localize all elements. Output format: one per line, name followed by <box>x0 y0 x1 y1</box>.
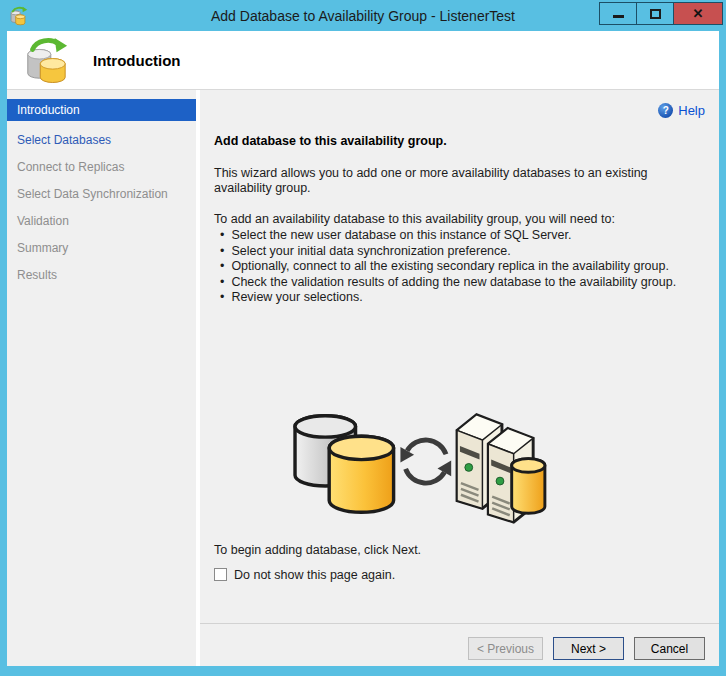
help-row: ? Help <box>214 102 705 118</box>
close-icon: ✕ <box>693 7 704 20</box>
wizard-frame: Introduction Introduction Select Databas… <box>7 31 719 666</box>
previous-button[interactable]: < Previous <box>468 637 543 660</box>
step-sidebar: Introduction Select Databases Connect to… <box>7 90 196 666</box>
content-heading: Add database to this availability group. <box>214 134 705 148</box>
sidebar-item-select-databases[interactable]: Select Databases <box>7 127 196 154</box>
step-item: Select the new user database on this ins… <box>214 228 705 244</box>
help-icon: ? <box>658 103 673 118</box>
app-icon <box>8 6 28 26</box>
steps-title: To add an availability database to this … <box>214 212 705 226</box>
title-bar: Add Database to Availability Group - Lis… <box>0 0 726 31</box>
step-item: Select your initial data synchronization… <box>214 244 705 260</box>
availability-group-illustration <box>278 403 558 525</box>
step-item: Review your selections. <box>214 290 705 306</box>
minimize-button[interactable] <box>599 2 637 25</box>
help-link[interactable]: Help <box>678 103 705 118</box>
window-controls: ✕ <box>600 2 723 25</box>
intro-paragraph: This wizard allows you to add one or mor… <box>214 166 706 196</box>
next-button[interactable]: Next > <box>553 637 624 660</box>
footer: < Previous Next > Cancel <box>214 623 705 666</box>
wizard-header: Introduction <box>7 31 719 90</box>
dont-show-label[interactable]: Do not show this page again. <box>234 568 395 582</box>
page-title: Introduction <box>93 52 180 69</box>
close-button[interactable]: ✕ <box>673 2 723 25</box>
maximize-icon <box>650 9 661 19</box>
sidebar-item-connect-to-replicas: Connect to Replicas <box>7 154 196 181</box>
minimize-icon <box>613 15 624 18</box>
sidebar-item-summary: Summary <box>7 235 196 262</box>
sidebar-item-results: Results <box>7 262 196 289</box>
step-item: Check the validation results of adding t… <box>214 275 705 291</box>
dont-show-checkbox[interactable] <box>214 568 227 581</box>
dont-show-row: Do not show this page again. <box>214 568 705 582</box>
introduction-page-icon <box>21 37 71 83</box>
steps-list: Select the new user database on this ins… <box>214 228 705 306</box>
button-row: < Previous Next > Cancel <box>214 624 705 666</box>
main-panel: ? Help Add database to this availability… <box>200 90 719 666</box>
sidebar-item-validation: Validation <box>7 208 196 235</box>
wizard-body: Introduction Select Databases Connect to… <box>7 90 719 666</box>
databases-sync-servers-graphic <box>278 403 558 525</box>
sidebar-item-introduction[interactable]: Introduction <box>7 99 196 121</box>
wizard-window: Add Database to Availability Group - Lis… <box>0 0 726 676</box>
cancel-button[interactable]: Cancel <box>634 637 705 660</box>
maximize-button[interactable] <box>636 2 674 25</box>
step-item: Optionally, connect to all the existing … <box>214 259 705 275</box>
sidebar-item-select-data-synchronization: Select Data Synchronization <box>7 181 196 208</box>
begin-instruction: To begin adding database, click Next. <box>214 543 705 557</box>
